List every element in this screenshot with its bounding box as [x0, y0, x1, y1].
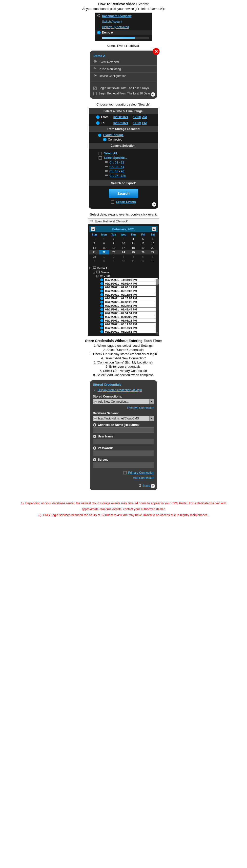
- calendar-day[interactable]: 13: [148, 259, 158, 264]
- select-all-row[interactable]: Select All: [99, 152, 148, 155]
- next-month-button[interactable]: ▶: [152, 227, 156, 231]
- channel-row[interactable]: Ch. 97 - 128: [105, 174, 148, 178]
- event-row[interactable]: 02/22/2021 - 02:46:44 PM: [100, 308, 158, 311]
- add-connection-link[interactable]: Add Connection: [133, 476, 154, 479]
- event-row[interactable]: 02/22/2021 - 02:25:55 PM: [100, 297, 158, 300]
- calendar-day[interactable]: 24: [118, 250, 128, 254]
- calendar-day[interactable]: 11: [129, 259, 138, 264]
- cloud-storage-link[interactable]: Cloud Storage: [103, 133, 124, 137]
- calendar-day[interactable]: 6: [148, 237, 158, 241]
- calendar-day[interactable]: 12: [138, 259, 148, 264]
- database-servers-dropdown[interactable]: ⊕ http://invid.ddns.net/CloudCMS ▼: [93, 416, 154, 421]
- channel-row[interactable]: Ch. 33 - 64: [105, 165, 148, 169]
- calendar-day[interactable]: 7: [89, 259, 99, 264]
- scrollbar[interactable]: ▼: [156, 279, 159, 335]
- calendar-day[interactable]: 20: [148, 246, 158, 250]
- tree-root[interactable]: − Demo A: [89, 266, 158, 270]
- event-row[interactable]: 02/22/2021 - 02:06:12 PM: [100, 285, 158, 289]
- calendar-day[interactable]: 28: [89, 254, 99, 259]
- calendar-day[interactable]: 8: [99, 241, 109, 246]
- retrieval-30-days-option[interactable]: Begin Retrieval From The Last 30 Days: [90, 91, 157, 96]
- event-row[interactable]: 02/22/2021 - 02:37:41 PM: [100, 304, 158, 308]
- calendar-day[interactable]: 6: [148, 254, 158, 259]
- display-credentials-checkbox[interactable]: ✓ Display stored credentials at login: [93, 389, 154, 392]
- calendar-day[interactable]: 26: [138, 250, 148, 254]
- calendar-day[interactable]: 3: [118, 254, 128, 259]
- channel-row[interactable]: Ch. 65 - 96: [105, 169, 148, 173]
- display-by-activated-link[interactable]: Display By Activated: [102, 25, 129, 29]
- expand-icon[interactable]: ▼: [151, 484, 155, 488]
- calendar-day[interactable]: 4: [129, 237, 138, 241]
- export-events-row[interactable]: Export Events: [89, 200, 158, 204]
- back-forward-icon[interactable]: [89, 219, 93, 223]
- scroll-down-icon[interactable]: ▼: [156, 332, 159, 335]
- calendar-day[interactable]: 3: [118, 237, 128, 241]
- chevron-down-icon[interactable]: ▼: [149, 399, 154, 404]
- calendar-day[interactable]: 4: [129, 254, 138, 259]
- calendar-day[interactable]: 25: [129, 250, 138, 254]
- menu-device-config[interactable]: Device Configuration: [90, 72, 157, 79]
- connection-name-input[interactable]: [93, 427, 154, 433]
- scrollbar-thumb[interactable]: [156, 279, 159, 285]
- calendar-month[interactable]: February, 2021: [112, 227, 135, 231]
- calendar-day[interactable]: 22: [99, 250, 109, 254]
- menu-event-retrieval[interactable]: Event Retrieval: [90, 59, 157, 65]
- calendar-day[interactable]: 9: [109, 259, 118, 264]
- calendar-day[interactable]: 9: [109, 241, 118, 246]
- menu-pulse-monitoring[interactable]: Pulse Monitoring: [90, 65, 157, 72]
- event-row[interactable]: 02/22/2021 - 03:05:23 PM: [100, 319, 158, 322]
- to-ampm-link[interactable]: PM: [142, 121, 147, 125]
- calendar-day[interactable]: 2: [109, 237, 118, 241]
- from-ampm-link[interactable]: AM: [142, 115, 147, 119]
- username-input[interactable]: [93, 439, 154, 444]
- to-date-link[interactable]: 02/27/2021: [113, 121, 128, 125]
- calendar-day[interactable]: 17: [118, 246, 128, 250]
- calendar-day[interactable]: 5: [138, 237, 148, 241]
- calendar-day[interactable]: 18: [129, 246, 138, 250]
- calendar-day[interactable]: 5: [138, 254, 148, 259]
- calendar-day[interactable]: 15: [99, 246, 109, 250]
- calendar-day[interactable]: 10: [118, 241, 128, 246]
- calendar-day[interactable]: 2: [109, 254, 118, 259]
- chevron-down-icon[interactable]: ▼: [149, 416, 154, 421]
- event-row[interactable]: 02/22/2021 - 03:20:51 PM: [100, 330, 158, 333]
- calendar-day[interactable]: 27: [148, 250, 158, 254]
- event-row[interactable]: 02/21/2021 - 11:44:03 PM: [100, 278, 158, 282]
- calendar-day[interactable]: 11: [129, 241, 138, 246]
- close-icon[interactable]: ✕: [153, 48, 160, 55]
- calendar-day[interactable]: 13: [148, 241, 158, 246]
- from-time-link[interactable]: 12:00: [133, 115, 141, 119]
- device-check-icon[interactable]: ✓: [97, 31, 101, 34]
- server-input[interactable]: [93, 462, 154, 468]
- calendar-day[interactable]: 1: [99, 254, 109, 259]
- event-row[interactable]: 02/22/2021 - 02:13:02 PM: [100, 289, 158, 293]
- event-row[interactable]: 02/22/2021 - 02:02:47 PM: [100, 282, 158, 285]
- prev-month-button[interactable]: ◀: [91, 227, 95, 231]
- search-button[interactable]: Search: [109, 189, 138, 198]
- calendar-day[interactable]: 8: [99, 259, 109, 264]
- calendar-day[interactable]: 12: [138, 241, 148, 246]
- calendar-day[interactable]: 19: [138, 246, 148, 250]
- tree-server[interactable]: − Server: [89, 270, 158, 274]
- primary-connection-checkbox[interactable]: [124, 471, 127, 474]
- calendar-day[interactable]: 10: [118, 259, 128, 264]
- expand-icon[interactable]: ▼: [152, 202, 156, 207]
- stored-connections-dropdown[interactable]: ⊕ Add New Connection… ▼: [93, 399, 154, 404]
- channel-row[interactable]: Ch. 01 - 32: [105, 160, 148, 164]
- primary-connection-link[interactable]: Primary Connection: [128, 471, 154, 474]
- event-row[interactable]: 02/22/2021 - 03:11:58 PM: [100, 322, 158, 326]
- event-row[interactable]: 02/22/2021 - 02:54:54 PM: [100, 311, 158, 315]
- to-time-link[interactable]: 11:59: [133, 121, 141, 125]
- dashboard-overview-link[interactable]: Dashboard Overview: [102, 14, 131, 18]
- event-row[interactable]: 02/22/2021 - 02:33:25 PM: [100, 300, 158, 304]
- tree-channel[interactable]: − ch01: [89, 274, 158, 278]
- calendar-day[interactable]: 21: [89, 250, 99, 254]
- calendar-day[interactable]: 14: [89, 246, 99, 250]
- password-input[interactable]: [93, 451, 154, 456]
- calendar-day[interactable]: 1: [99, 237, 109, 241]
- expand-icon[interactable]: ▼: [151, 92, 155, 97]
- retrieval-7-days-option[interactable]: ✓ Begin Retrieval From The Last 7 Days: [90, 85, 157, 91]
- calendar-day[interactable]: 7: [89, 241, 99, 246]
- calendar-day[interactable]: 31: [89, 237, 99, 241]
- calendar-day[interactable]: 16: [109, 246, 118, 250]
